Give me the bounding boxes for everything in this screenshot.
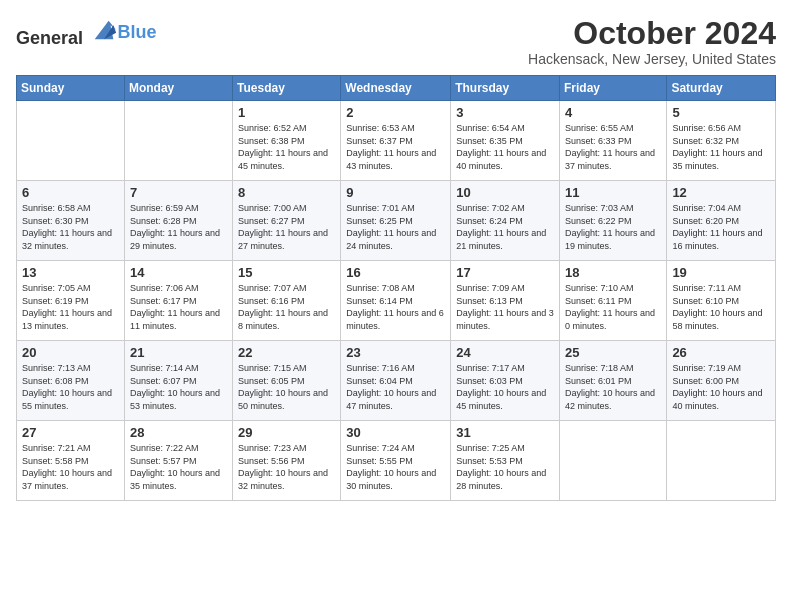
day-info: Sunrise: 7:21 AM Sunset: 5:58 PM Dayligh… <box>22 442 119 492</box>
day-number: 1 <box>238 105 335 120</box>
calendar-cell: 2Sunrise: 6:53 AM Sunset: 6:37 PM Daylig… <box>341 101 451 181</box>
day-info: Sunrise: 6:58 AM Sunset: 6:30 PM Dayligh… <box>22 202 119 252</box>
calendar-cell <box>559 421 666 501</box>
day-info: Sunrise: 7:19 AM Sunset: 6:00 PM Dayligh… <box>672 362 770 412</box>
day-number: 17 <box>456 265 554 280</box>
day-number: 27 <box>22 425 119 440</box>
day-number: 13 <box>22 265 119 280</box>
calendar-table: SundayMondayTuesdayWednesdayThursdayFrid… <box>16 75 776 501</box>
day-info: Sunrise: 7:06 AM Sunset: 6:17 PM Dayligh… <box>130 282 227 332</box>
calendar-week-row: 13Sunrise: 7:05 AM Sunset: 6:19 PM Dayli… <box>17 261 776 341</box>
day-info: Sunrise: 7:05 AM Sunset: 6:19 PM Dayligh… <box>22 282 119 332</box>
day-info: Sunrise: 7:13 AM Sunset: 6:08 PM Dayligh… <box>22 362 119 412</box>
weekday-header-row: SundayMondayTuesdayWednesdayThursdayFrid… <box>17 76 776 101</box>
calendar-cell: 19Sunrise: 7:11 AM Sunset: 6:10 PM Dayli… <box>667 261 776 341</box>
day-number: 20 <box>22 345 119 360</box>
day-number: 28 <box>130 425 227 440</box>
weekday-header: Friday <box>559 76 666 101</box>
weekday-header: Monday <box>124 76 232 101</box>
day-number: 25 <box>565 345 661 360</box>
calendar-cell: 23Sunrise: 7:16 AM Sunset: 6:04 PM Dayli… <box>341 341 451 421</box>
calendar-cell: 10Sunrise: 7:02 AM Sunset: 6:24 PM Dayli… <box>451 181 560 261</box>
calendar-cell: 24Sunrise: 7:17 AM Sunset: 6:03 PM Dayli… <box>451 341 560 421</box>
calendar-cell <box>667 421 776 501</box>
day-number: 10 <box>456 185 554 200</box>
day-info: Sunrise: 7:11 AM Sunset: 6:10 PM Dayligh… <box>672 282 770 332</box>
calendar-cell: 14Sunrise: 7:06 AM Sunset: 6:17 PM Dayli… <box>124 261 232 341</box>
day-info: Sunrise: 6:54 AM Sunset: 6:35 PM Dayligh… <box>456 122 554 172</box>
calendar-week-row: 6Sunrise: 6:58 AM Sunset: 6:30 PM Daylig… <box>17 181 776 261</box>
day-info: Sunrise: 7:09 AM Sunset: 6:13 PM Dayligh… <box>456 282 554 332</box>
day-number: 18 <box>565 265 661 280</box>
page-header: General Blue October 2024 Hackensack, Ne… <box>16 16 776 67</box>
location: Hackensack, New Jersey, United States <box>528 51 776 67</box>
calendar-cell: 5Sunrise: 6:56 AM Sunset: 6:32 PM Daylig… <box>667 101 776 181</box>
day-info: Sunrise: 7:25 AM Sunset: 5:53 PM Dayligh… <box>456 442 554 492</box>
day-number: 14 <box>130 265 227 280</box>
calendar-cell: 12Sunrise: 7:04 AM Sunset: 6:20 PM Dayli… <box>667 181 776 261</box>
day-number: 4 <box>565 105 661 120</box>
day-info: Sunrise: 7:24 AM Sunset: 5:55 PM Dayligh… <box>346 442 445 492</box>
day-info: Sunrise: 7:16 AM Sunset: 6:04 PM Dayligh… <box>346 362 445 412</box>
weekday-header: Sunday <box>17 76 125 101</box>
calendar-cell: 29Sunrise: 7:23 AM Sunset: 5:56 PM Dayli… <box>233 421 341 501</box>
calendar-week-row: 1Sunrise: 6:52 AM Sunset: 6:38 PM Daylig… <box>17 101 776 181</box>
title-area: October 2024 Hackensack, New Jersey, Uni… <box>528 16 776 67</box>
calendar-cell: 26Sunrise: 7:19 AM Sunset: 6:00 PM Dayli… <box>667 341 776 421</box>
weekday-header: Tuesday <box>233 76 341 101</box>
calendar-cell: 1Sunrise: 6:52 AM Sunset: 6:38 PM Daylig… <box>233 101 341 181</box>
weekday-header: Saturday <box>667 76 776 101</box>
day-number: 24 <box>456 345 554 360</box>
calendar-week-row: 27Sunrise: 7:21 AM Sunset: 5:58 PM Dayli… <box>17 421 776 501</box>
day-info: Sunrise: 7:03 AM Sunset: 6:22 PM Dayligh… <box>565 202 661 252</box>
calendar-cell: 9Sunrise: 7:01 AM Sunset: 6:25 PM Daylig… <box>341 181 451 261</box>
calendar-cell: 3Sunrise: 6:54 AM Sunset: 6:35 PM Daylig… <box>451 101 560 181</box>
day-number: 9 <box>346 185 445 200</box>
day-info: Sunrise: 6:55 AM Sunset: 6:33 PM Dayligh… <box>565 122 661 172</box>
logo-blue: Blue <box>118 22 157 42</box>
day-number: 15 <box>238 265 335 280</box>
calendar-cell: 22Sunrise: 7:15 AM Sunset: 6:05 PM Dayli… <box>233 341 341 421</box>
calendar-cell: 13Sunrise: 7:05 AM Sunset: 6:19 PM Dayli… <box>17 261 125 341</box>
calendar-cell: 20Sunrise: 7:13 AM Sunset: 6:08 PM Dayli… <box>17 341 125 421</box>
day-number: 19 <box>672 265 770 280</box>
month-title: October 2024 <box>528 16 776 51</box>
calendar-cell: 30Sunrise: 7:24 AM Sunset: 5:55 PM Dayli… <box>341 421 451 501</box>
calendar-cell: 15Sunrise: 7:07 AM Sunset: 6:16 PM Dayli… <box>233 261 341 341</box>
day-info: Sunrise: 7:18 AM Sunset: 6:01 PM Dayligh… <box>565 362 661 412</box>
day-info: Sunrise: 7:07 AM Sunset: 6:16 PM Dayligh… <box>238 282 335 332</box>
weekday-header: Wednesday <box>341 76 451 101</box>
calendar-cell: 4Sunrise: 6:55 AM Sunset: 6:33 PM Daylig… <box>559 101 666 181</box>
calendar-cell: 28Sunrise: 7:22 AM Sunset: 5:57 PM Dayli… <box>124 421 232 501</box>
day-number: 3 <box>456 105 554 120</box>
day-number: 5 <box>672 105 770 120</box>
day-info: Sunrise: 6:56 AM Sunset: 6:32 PM Dayligh… <box>672 122 770 172</box>
day-info: Sunrise: 7:08 AM Sunset: 6:14 PM Dayligh… <box>346 282 445 332</box>
day-info: Sunrise: 6:52 AM Sunset: 6:38 PM Dayligh… <box>238 122 335 172</box>
day-info: Sunrise: 6:59 AM Sunset: 6:28 PM Dayligh… <box>130 202 227 252</box>
logo: General Blue <box>16 16 157 49</box>
day-number: 8 <box>238 185 335 200</box>
calendar-cell: 18Sunrise: 7:10 AM Sunset: 6:11 PM Dayli… <box>559 261 666 341</box>
day-number: 26 <box>672 345 770 360</box>
calendar-cell: 21Sunrise: 7:14 AM Sunset: 6:07 PM Dayli… <box>124 341 232 421</box>
day-number: 23 <box>346 345 445 360</box>
calendar-cell <box>17 101 125 181</box>
day-number: 16 <box>346 265 445 280</box>
calendar-cell: 8Sunrise: 7:00 AM Sunset: 6:27 PM Daylig… <box>233 181 341 261</box>
calendar-cell: 7Sunrise: 6:59 AM Sunset: 6:28 PM Daylig… <box>124 181 232 261</box>
day-info: Sunrise: 6:53 AM Sunset: 6:37 PM Dayligh… <box>346 122 445 172</box>
calendar-cell: 11Sunrise: 7:03 AM Sunset: 6:22 PM Dayli… <box>559 181 666 261</box>
day-info: Sunrise: 7:00 AM Sunset: 6:27 PM Dayligh… <box>238 202 335 252</box>
calendar-cell: 27Sunrise: 7:21 AM Sunset: 5:58 PM Dayli… <box>17 421 125 501</box>
day-info: Sunrise: 7:23 AM Sunset: 5:56 PM Dayligh… <box>238 442 335 492</box>
day-number: 7 <box>130 185 227 200</box>
day-info: Sunrise: 7:02 AM Sunset: 6:24 PM Dayligh… <box>456 202 554 252</box>
day-number: 29 <box>238 425 335 440</box>
day-number: 6 <box>22 185 119 200</box>
day-number: 21 <box>130 345 227 360</box>
day-number: 2 <box>346 105 445 120</box>
calendar-cell <box>124 101 232 181</box>
calendar-cell: 17Sunrise: 7:09 AM Sunset: 6:13 PM Dayli… <box>451 261 560 341</box>
day-info: Sunrise: 7:22 AM Sunset: 5:57 PM Dayligh… <box>130 442 227 492</box>
